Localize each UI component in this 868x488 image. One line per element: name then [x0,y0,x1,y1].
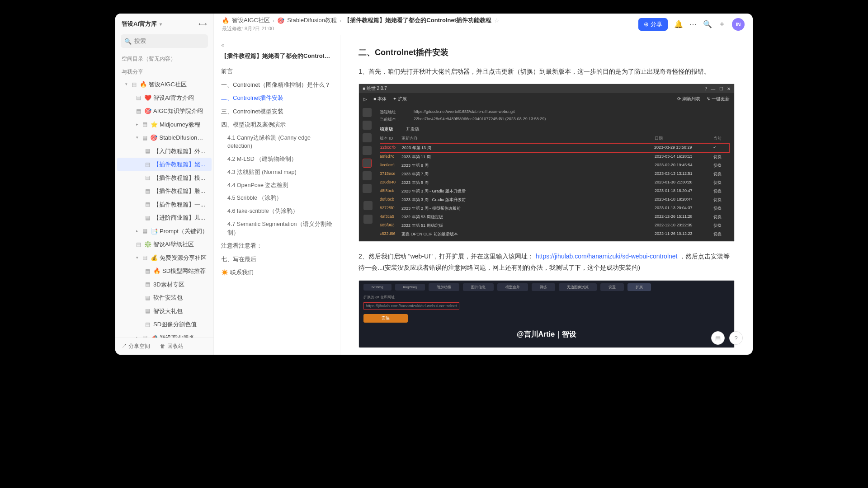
star-icon[interactable]: ☆ [494,17,500,24]
tree-item-sd-seg[interactable]: ▤SD图像分割色值 [117,318,212,331]
last-modified: 最近修改: 8月2日 21:00 [222,25,500,32]
tree-item-plugin-one[interactable]: ▤【插件教程篇】一... [117,198,212,211]
paragraph: 2、然后我们启动 "web-UI"，打开扩展，并在这里输入该网址： https:… [359,251,735,273]
outline-title: 【插件教程篇】姥姥看了都会的Controlnet插... [221,52,333,60]
outline-item[interactable]: 前言 [221,65,333,78]
outline-item-active[interactable]: 二、Controlnet插件安装 [221,91,333,105]
tree-item-community[interactable]: ▾▤🔥智设AIGC社区 [117,78,212,91]
outline-item[interactable]: 4.6 fake-scribble（伪涂鸦） [221,205,333,218]
tree-item-free-res[interactable]: ▾▤💰免费资源分享社区 [117,251,212,265]
tree-item-3d[interactable]: ▤3D素材专区 [117,278,212,291]
crumb-community[interactable]: 智设AIGC社区 [232,16,270,24]
install-url-link[interactable]: https://jihulab.com/hanamizuki/sd-webui-… [536,253,678,260]
tree-item-wallpaper[interactable]: ▤❇️智设AI壁纸社区 [117,238,212,251]
outline-collapse-icon[interactable]: « [221,42,333,48]
tree-item-knowledge[interactable]: ▤🎯AIGC知识学院介绍 [117,104,212,118]
tree-item-mj[interactable]: ▸▤⭐Midjourney教程 [117,118,212,131]
outline-item[interactable]: 三、Controlnet模型安装 [221,105,333,118]
tree-item-plugin-current[interactable]: ▤【插件教程篇】姥... [117,158,212,171]
outline-item[interactable]: 4.4 OpenPose 姿态检测 [221,179,333,192]
share-space-link[interactable]: ↗ 分享空间 [122,343,150,350]
outline-item[interactable]: 注意看注意看： [221,239,333,253]
sidebar: 智设AI官方库▾ ⟷ 🔍 搜索 空间目录（暂无内容） 与我分享 ▾▤🔥智设AIG… [115,14,214,355]
topbar: 🔥智设AIGC社区 › 🎯StableDifusion教程 › 【插件教程篇】姥… [214,14,753,35]
tree-item-sd[interactable]: ▾▤🎯StableDifusion教程 [117,131,212,145]
outline-item[interactable]: 七、写在最后 [221,253,333,266]
search-top-icon[interactable]: 🔍 [703,20,712,28]
more-icon[interactable]: ⋯ [689,20,697,28]
tree-item-intro-tut[interactable]: ▤【入门教程篇】外... [117,145,212,158]
page-outline: « 【插件教程篇】姥姥看了都会的Controlnet插... 前言 一、Cont… [214,35,340,355]
search-input[interactable]: 🔍 搜索 [121,34,208,48]
crumb-current: 【插件教程篇】姥姥看了都会的Controlnet插件功能教程 [344,16,491,24]
outline-item[interactable]: 4.7 Semantic Segmentation（语义分割绘制） [221,218,333,239]
add-icon[interactable]: ＋ [718,19,726,29]
search-icon: 🔍 [124,38,132,45]
paragraph: 1、首先，咱们先打开秋叶大佬的启动器，并且点击更新（切换）到最新版本，这一步的目… [359,66,735,77]
section-shared: 与我分享 [115,65,213,78]
float-toc-button[interactable]: ▤ [711,331,725,345]
outline-item[interactable]: 四、模型说明及案例演示 [221,118,333,131]
outline-item[interactable]: 4.3 法线贴图 (Normal map) [221,166,333,179]
float-help-button[interactable]: ? [729,331,743,345]
tree-item-software[interactable]: ▤软件安装包 [117,291,212,305]
nav-tree: ▾▤🔥智设AIGC社区 ▤❤️智设AI官方介绍 ▤🎯AIGC知识学院介绍 ▸▤⭐… [115,78,213,338]
crumb-sd[interactable]: StableDifusion教程 [287,16,337,24]
tree-item-prompt[interactable]: ▸▤📑Prompt（关键词） [117,225,212,238]
tree-item-gift[interactable]: ▤智设大礼包 [117,305,212,318]
sidebar-collapse-icon[interactable]: ⟷ [198,21,207,28]
tree-item-plugin-face[interactable]: ▤【插件教程篇】脸... [117,184,212,198]
section-heading: 二、Controlnet插件安装 [359,47,735,58]
share-button[interactable]: ⊕分享 [638,18,668,31]
tree-item-intro[interactable]: ▤❤️智设AI官方介绍 [117,91,212,105]
tree-item-sd-model[interactable]: ▤🔥SD模型网站推荐 [117,264,212,278]
space-selector[interactable]: 智设AI官方库▾ [122,20,162,28]
embedded-image-webui: txt2imgimg2img附加功能图片信息模型合并训练无边图像浏览设置扩展 扩… [359,280,735,348]
article-content: 二、Controlnet插件安装 1、首先，咱们先打开秋叶大佬的启动器，并且点击… [340,35,753,355]
globe-icon: ⊕ [644,21,649,28]
outline-item[interactable]: 4.5 Scribble （涂鸦） [221,192,333,205]
avatar[interactable]: IN [732,18,745,31]
section-space-toc: 空间目录（暂无内容） [115,52,213,65]
recycle-bin-link[interactable]: 🗑 回收站 [160,343,183,350]
outline-item[interactable]: 4.1 Canny边缘检测 (Canny edge detection) [221,131,333,153]
bell-icon[interactable]: 🔔 [674,20,683,28]
outline-item[interactable]: 一、Controlnet（图像精准控制）是什么？ [221,78,333,92]
tree-item-business[interactable]: ▸▤📣智设商业服务 [117,331,212,338]
outline-item[interactable]: 4.2 M-LSD （建筑物绘制） [221,153,333,166]
embedded-image-launcher: ■ 绘世 2.0.7 ? — ☐ ✕ ▷■ 本体✦ 扩展 ⟳ 刷新列表↯ 一键更… [359,84,735,242]
window-controls-icon: ? — ☐ ✕ [704,86,731,91]
tree-item-plugin-model[interactable]: ▤【插件教程篇】模... [117,171,212,185]
chevron-down-icon: ▾ [160,22,162,27]
watermark-text: @言川Artie｜智设 [359,325,734,347]
tree-item-advanced[interactable]: ▤【进阶商业篇】儿... [117,211,212,225]
breadcrumb: 🔥智设AIGC社区 › 🎯StableDifusion教程 › 【插件教程篇】姥… [222,16,500,24]
outline-item-contact[interactable]: ✴️ 联系我们 [221,266,333,279]
